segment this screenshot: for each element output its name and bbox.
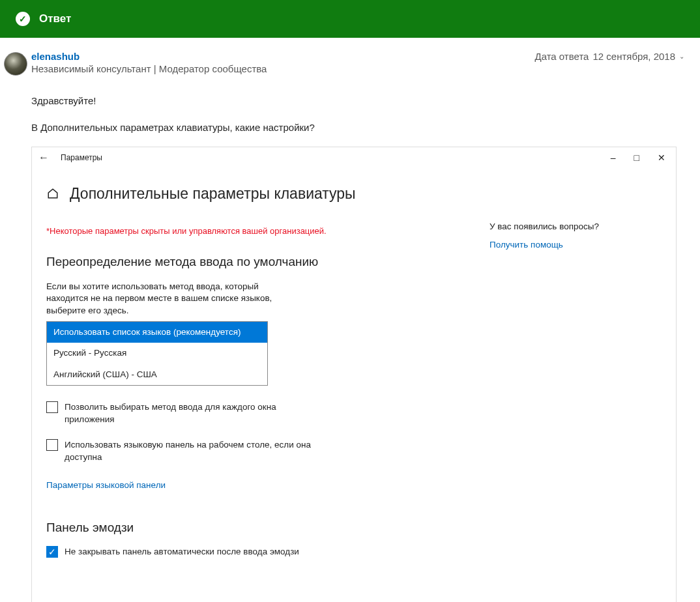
window-app-title: Параметры [61,152,611,164]
answer-header-label: Ответ [39,12,71,25]
sidebar-questions-text: У вас появились вопросы? [489,220,633,233]
window-controls: – □ ✕ [611,153,665,162]
checkbox-emoji-row: ✓ Не закрывать панель автоматически посл… [46,546,320,558]
chevron-down-icon: ⌄ [679,53,684,60]
checkbox-emoji-autoclose[interactable]: ✓ [46,546,58,558]
checkbox-emoji-label: Не закрывать панель автоматически после … [65,546,299,558]
settings-sidebar: У вас появились вопросы? Получить помощь [489,175,633,571]
section-override-desc: Если вы хотите использовать метод ввода,… [46,281,281,318]
home-icon[interactable] [46,187,59,200]
dropdown-option-recommended[interactable]: Использовать список языков (рекомендуетс… [47,322,267,343]
user-role: Независимый консультант | Модератор сооб… [31,63,267,74]
dropdown-option-english[interactable]: Английский (США) - США [47,364,267,385]
post-greeting: Здравствуйте! [31,94,684,109]
date-value: 12 сентября, 2018 [592,51,675,62]
checkbox-lang-panel-row: Использовать языковую панель на рабочем … [46,439,320,464]
language-panel-settings-link[interactable]: Параметры языковой панели [46,479,166,492]
post-date-toggle[interactable]: Дата ответа 12 сентября, 2018 ⌄ [534,51,684,62]
date-prefix: Дата ответа [534,51,589,62]
page-title: Дополнительные параметры клавиатуры [70,182,356,205]
answer-post: elenashub Независимый консультант | Моде… [0,38,700,602]
back-icon[interactable]: ← [38,150,49,165]
section-emoji-title: Панель эмодзи [46,519,489,538]
embedded-settings-window: ← Параметры – □ ✕ Дополнител [31,147,677,602]
window-titlebar: ← Параметры – □ ✕ [32,147,676,168]
avatar[interactable] [4,52,27,76]
check-icon: ✓ [16,12,30,26]
username-link[interactable]: elenashub [31,51,267,62]
post-header: elenashub Независимый консультант | Моде… [31,51,684,74]
answer-header-bar: ✓ Ответ [0,0,700,38]
checkbox-per-window-label: Позволить выбирать метод ввода для каждо… [65,401,320,426]
sidebar-help-link[interactable]: Получить помощь [489,238,633,251]
section-override-title: Переопределение метода ввода по умолчани… [46,253,489,272]
checkbox-per-window-row: Позволить выбирать метод ввода для каждо… [46,401,320,426]
checkbox-per-window[interactable] [46,401,58,413]
dropdown-option-russian[interactable]: Русский - Русская [47,343,267,364]
avatar-column [4,51,31,602]
minimize-icon[interactable]: – [611,153,616,162]
maximize-icon[interactable]: □ [634,153,639,162]
post-line1: В Дополнительных параметрах клавиатуры, … [31,121,684,136]
checkbox-lang-panel[interactable] [46,439,58,451]
restricted-notice: *Некоторые параметры скрыты или управляю… [46,225,489,238]
close-icon[interactable]: ✕ [658,153,665,162]
checkbox-lang-panel-label: Использовать языковую панель на рабочем … [65,439,320,464]
input-method-dropdown[interactable]: Использовать список языков (рекомендуетс… [46,321,268,386]
page-heading-row: Дополнительные параметры клавиатуры [46,182,489,205]
post-content: Здравствуйте! В Дополнительных параметра… [31,94,684,602]
